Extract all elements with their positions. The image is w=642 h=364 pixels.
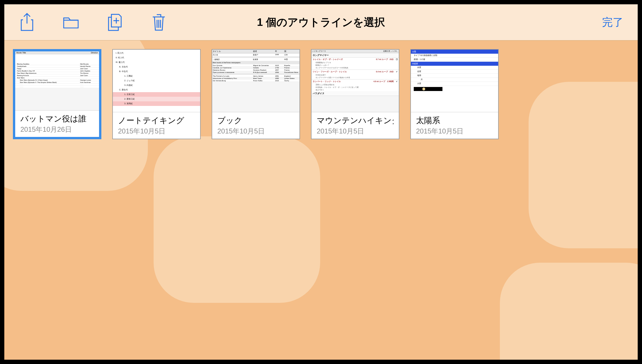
trail-name: ランパート・リッジ・トレイル <box>313 80 374 83</box>
document-thumbnail: タイトル 著者 年 国 武士道新渡戸1900日本 二都物語狄更斯中国 Best … <box>212 50 299 112</box>
outline-row: 1. 三畳紀 <box>113 74 200 78</box>
outline-row: II. 特上代 <box>113 55 200 60</box>
cell: France <box>284 69 299 71</box>
cell: Joel Coen <box>80 75 97 76</box>
trail-note: 動物がいっぱい？ <box>312 64 399 67</box>
cell: 日本 <box>284 54 299 56</box>
section-heading: パラダイス <box>312 91 399 96</box>
document-title: 太陽系 <box>416 115 493 126</box>
cell: Pee Wee's Big Adventure <box>17 72 80 74</box>
outline-row: タイプ G2 黄色矮星に分類 <box>411 54 498 58</box>
cell: Blazing Saddles <box>17 63 80 65</box>
cell: 1885 <box>275 78 284 79</box>
document-date: 2015年10月5日 <box>317 127 394 136</box>
trail-dist: 0.7 mi ループ <box>376 58 388 61</box>
trail-name: トレイル・オブ・ザ・シャドーズ <box>313 58 376 61</box>
cell: Joel Coen <box>80 68 97 69</box>
trail-note: 出発点を探す <box>312 74 399 76</box>
trail-note: ロングマイヤーのホテルがコース出発地点 <box>312 67 399 69</box>
cell: 1857 <box>275 69 284 71</box>
cell: —— <box>20 84 80 86</box>
trail-note: 初期園地のレプリカ <box>312 61 399 64</box>
document-thumbnail: ハイキングコース 距離 注意... ハイキ... ロングマイヤー トレイル・オブ… <box>312 50 399 112</box>
outline-row: B. 中生代 <box>113 69 200 74</box>
cell: France <box>284 67 299 69</box>
cell <box>275 58 284 61</box>
cell: Tim Burton <box>80 72 97 74</box>
document-card[interactable]: タイトル 著者 年 国 武士道新渡戸1900日本 二都物語狄更斯中国 Best … <box>212 49 300 139</box>
document-date: 2015年10月5日 <box>118 127 195 136</box>
toolbar: 1 個のアウトラインを選択 完了 <box>4 4 638 40</box>
cell: George Lucas <box>80 79 97 81</box>
outline-row: 月 <box>411 78 498 82</box>
planet-image <box>414 87 442 91</box>
cell: Ф.М.Достоевский <box>253 71 275 73</box>
cell: Star Wars (Episode V: The Empire Strikes… <box>20 82 80 83</box>
trail-name: ツイン・ファーズ・ループ・トレイル <box>313 71 376 73</box>
trash-icon[interactable] <box>150 12 167 32</box>
cell: United States <box>284 78 299 79</box>
cell: Raising Arizona <box>17 75 80 76</box>
cell: 1615 <box>275 65 284 66</box>
outline-row: 火星 <box>411 82 498 86</box>
cell: Candide, ou l'Optimisme <box>213 67 253 69</box>
cell: Ferris Bueller's Day Off <box>17 70 80 72</box>
card-footer: ノートテイキング 2015年10月5日 <box>113 112 200 139</box>
checkbox-icon: ☐ <box>394 58 398 61</box>
cell: 武士道 <box>213 54 253 56</box>
col-header: ハイキ... <box>392 50 398 53</box>
folder-icon[interactable] <box>63 12 79 32</box>
cell: Madame Bovary <box>213 69 253 71</box>
outline-row: A. 古生代 <box>113 65 200 69</box>
checkmark-icon: ✓ <box>394 71 398 73</box>
document-card[interactable]: 太陽 タイプ G2 黄色矮星に分類 推測：1 の量 内惑星 水星 金星 地球 月… <box>410 49 499 139</box>
trail-note: 道まで歩く <box>312 89 399 91</box>
card-footer: マウンテンハイキング 2015年10月5日 <box>312 112 399 139</box>
trail-dist: 4.6 mi ループ <box>374 80 385 83</box>
document-title: バットマン役は誰 <box>20 113 94 124</box>
document-grid: Movie Title Director Blazing SaddlesMel … <box>4 40 638 148</box>
outline-row: 金星 <box>411 70 498 74</box>
cell: 狄更斯 <box>253 58 275 61</box>
cell: The Portrait of a Lady <box>213 75 253 77</box>
trail-note: ロングマイヤーの西 2 マイルの地点から出発 <box>312 76 399 79</box>
cell: 1759 <box>275 67 284 69</box>
cell: Caddyshack <box>17 65 80 67</box>
cell: Harold Ramis <box>80 65 97 67</box>
col-header: Movie Title <box>16 52 26 54</box>
cell: Fargo <box>17 68 80 69</box>
cell: Mel Brooks <box>80 63 97 65</box>
document-card[interactable]: I. 同上代 II. 特上代 III. 優上代 A. 古生代 B. 中生代 1.… <box>112 49 201 139</box>
outline-row: III. 優上代 <box>113 60 200 65</box>
done-button[interactable]: 完了 <box>602 15 623 30</box>
cell: Российская Импе <box>284 71 299 73</box>
cell: —— <box>80 84 97 86</box>
trail-time: 20分 <box>390 71 394 73</box>
cell: —— <box>80 86 97 88</box>
cell: Čechy <box>284 80 299 82</box>
cell: Franz Kafka <box>253 80 275 82</box>
col-header: 年 <box>275 50 284 53</box>
cell: 1881 <box>275 75 284 77</box>
trail-note: 出発地点：トレイル・オブ・ザ・シャドーズに従って横 <box>312 86 399 89</box>
document-thumbnail: 太陽 タイプ G2 黄色矮星に分類 推測：1 の量 内惑星 水星 金星 地球 月… <box>411 50 498 112</box>
col-header: 著者 <box>253 50 275 53</box>
trail-dist: 0.4 mi ループ <box>376 71 388 73</box>
document-card[interactable]: Movie Title Director Blazing SaddlesMel … <box>13 49 101 139</box>
document-card[interactable]: ハイキングコース 距離 注意... ハイキ... ロングマイヤー トレイル・オブ… <box>311 49 399 139</box>
cell: España <box>284 65 299 66</box>
trail-time: 20分 <box>390 58 394 61</box>
cell: 新渡戸 <box>253 54 275 56</box>
document-title: ノートテイキング <box>118 115 195 126</box>
outline-row: 1. 古第三紀 <box>113 92 200 97</box>
duplicate-icon[interactable] <box>107 12 123 32</box>
cell: Die Verwandlung <box>213 80 253 82</box>
card-footer: ブック 2015年10月5日 <box>212 112 299 139</box>
outline-header: 太陽 <box>411 50 498 54</box>
card-footer: バットマン役は誰 2015年10月26日 <box>15 110 99 137</box>
cell: Henry James <box>253 75 275 77</box>
document-title: マウンテンハイキング <box>317 115 394 126</box>
outline-row: 3. 白亜紀 <box>113 83 200 88</box>
share-icon[interactable] <box>19 12 35 32</box>
col-header: 距離 <box>383 50 387 53</box>
